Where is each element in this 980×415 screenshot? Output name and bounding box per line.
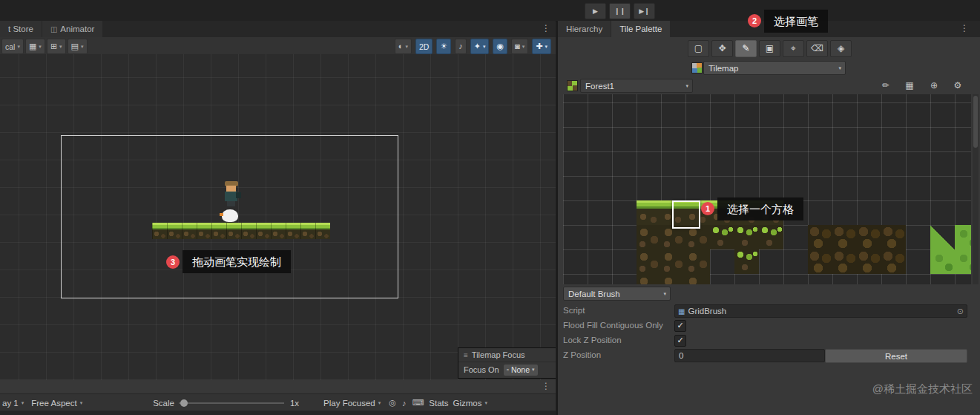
lock-z-label: Lock Z Position	[563, 336, 673, 344]
gizmos-dropdown[interactable]: Gizmos ▾	[451, 394, 490, 411]
palette-tile-tuft[interactable]	[734, 249, 759, 274]
palette-tile-dirt[interactable]	[685, 249, 710, 274]
object-picker-icon[interactable]: ⊙	[954, 307, 967, 316]
palette-tile-dirt[interactable]	[661, 274, 685, 284]
scene-camera-dropdown[interactable]: ◙ ▾	[511, 39, 528, 54]
palette-tile-grass[interactable]	[637, 200, 661, 225]
palette-tile-dirt[interactable]	[661, 249, 685, 274]
pause-button[interactable]: ❙❙	[609, 3, 631, 19]
z-position-field[interactable]: 0	[674, 349, 825, 362]
palette-tile-bush[interactable]	[857, 249, 881, 274]
script-field[interactable]: ▦ GridBrush ⊙	[674, 304, 967, 318]
drag-handle-icon[interactable]: ≡	[464, 351, 468, 359]
stats-button[interactable]: Stats	[427, 394, 450, 411]
gizmos-toggle-icon[interactable]: ⚙	[949, 79, 967, 92]
lock-z-checkbox[interactable]: ✓	[674, 335, 686, 347]
palette-tile-bush[interactable]	[857, 225, 881, 249]
script-value: GridBrush	[688, 307, 726, 316]
palette-menu-icon[interactable]: ⋮	[959, 23, 970, 33]
tab-hierarchy[interactable]: Hierarchy	[558, 21, 611, 37]
tile-palette-panel: Hierarchy Tile Palette ⋮ ▢ ✥ ✎ ▣ ⌖ ⌫ ◈ T…	[556, 21, 980, 415]
brush-dropdown-label: Default Brush	[564, 290, 663, 298]
reset-button[interactable]: Reset	[825, 349, 967, 363]
none-object-icon: ▫	[507, 366, 509, 373]
player-sprite	[221, 181, 246, 227]
palette-tile-bush[interactable]	[881, 249, 906, 274]
palette-dropdown[interactable]: Forest1 ▾	[580, 79, 693, 93]
scene-tab-bar: t Store ◫ Animator ⋮	[0, 21, 556, 37]
palette-tile-bush[interactable]	[881, 225, 906, 249]
display-dropdown[interactable]: ay 1 ▾	[0, 394, 26, 411]
tool-settings-dropdown[interactable]: ▤ ▾	[68, 39, 88, 54]
palette-tile-bush[interactable]	[808, 225, 832, 249]
shading-mode-dropdown[interactable]: ◐ ▾	[395, 39, 412, 54]
chevron-down-icon: ▾	[685, 83, 692, 89]
tab-animator[interactable]: ◫ Animator	[42, 21, 102, 37]
toggle-grid-icon[interactable]: ▦	[901, 79, 918, 92]
brush-dropdown[interactable]: Default Brush ▾	[563, 287, 671, 301]
brush-tool-button[interactable]: ✎	[735, 40, 757, 57]
keyboard-shortcuts-icon[interactable]: ⌨	[409, 398, 427, 408]
mute-audio-icon[interactable]: ♪	[399, 399, 410, 408]
ruler-icon: ▤	[71, 42, 79, 50]
handle-orientation-dropdown[interactable]: cal ▾	[1, 39, 24, 54]
select-tool-button[interactable]: ▢	[688, 40, 709, 57]
palette-tile-bush[interactable]	[832, 249, 857, 274]
game-menu-icon[interactable]: ⋮	[541, 381, 551, 391]
scene-audio-toggle[interactable]: ♪	[455, 39, 467, 54]
palette-tile-dirt[interactable]	[685, 274, 710, 284]
palette-tile-bush[interactable]	[808, 249, 832, 274]
palette-tile-slope[interactable]	[930, 225, 955, 249]
scene-gizmos-dropdown[interactable]: ✚ ▾	[532, 39, 551, 54]
frame-palette-icon[interactable]: ⊕	[925, 79, 943, 92]
scene-effects-dropdown[interactable]: ✦ ▾	[470, 39, 490, 54]
focus-on-dropdown[interactable]: ▫ None ▾	[504, 365, 538, 376]
palette-tile-green[interactable]	[955, 249, 971, 274]
snap-dropdown[interactable]: ⊞ ▾	[47, 39, 66, 54]
palette-tile-green[interactable]	[955, 225, 971, 249]
play-button[interactable]: ▶	[585, 3, 606, 19]
step-button[interactable]: ▶❙	[634, 3, 655, 19]
chevron-down-icon: ▾	[405, 44, 408, 50]
player-legs	[227, 201, 235, 206]
chevron-down-icon: ▾	[59, 44, 62, 50]
game-toolbar: ay 1 ▾ Free Aspect ▾ Scale 1x Play Focus…	[0, 393, 556, 412]
scene-panel: t Store ◫ Animator ⋮ cal ▾ ▦ ▾ ⊞ ▾	[0, 21, 556, 415]
eraser-tool-button[interactable]: ⌫	[806, 40, 828, 57]
2d-toggle[interactable]: 2D	[415, 39, 433, 54]
scene-menu-icon[interactable]: ⋮	[541, 23, 551, 33]
edit-palette-icon[interactable]: ✏	[877, 79, 895, 92]
palette-tile-green[interactable]	[930, 249, 955, 274]
palette-tile-tuft[interactable]	[759, 225, 783, 249]
grid-visual-dropdown[interactable]: ▦ ▾	[25, 39, 45, 54]
focus-on-value: None	[511, 365, 530, 374]
palette-scrollbar[interactable]	[973, 94, 979, 284]
active-tilemap-dropdown[interactable]: Tilemap ▾	[703, 61, 846, 75]
scale-slider-handle[interactable]	[180, 399, 188, 407]
chevron-down-icon: ▾	[545, 44, 547, 50]
palette-tile-dirt[interactable]	[637, 249, 661, 274]
palette-tile-dirt[interactable]	[637, 225, 661, 249]
tab-tile-palette[interactable]: Tile Palette	[611, 21, 670, 37]
picker-tool-button[interactable]: ⌖	[783, 40, 804, 57]
palette-tile-bush[interactable]	[832, 225, 857, 249]
flood-fill-tool-button[interactable]: ◈	[830, 40, 852, 57]
palette-tile-dirt[interactable]	[637, 274, 661, 284]
active-palette-row: Forest1 ▾ ✏ ▦ ⊕ ⚙	[558, 77, 980, 94]
flood-fill-checkbox[interactable]: ✓	[674, 320, 686, 332]
scene-visibility-toggle[interactable]: ◉	[493, 39, 507, 54]
play-focused-dropdown[interactable]: Play Focused ▾	[321, 394, 383, 411]
box-fill-tool-button[interactable]: ▣	[759, 40, 780, 57]
scale-slider[interactable]	[179, 397, 284, 409]
debug-icon[interactable]: ◎	[386, 398, 399, 408]
palette-tile-tuft[interactable]	[710, 225, 734, 249]
animator-icon: ◫	[50, 25, 57, 33]
move-tool-button[interactable]: ✥	[711, 40, 733, 57]
palette-tile-tuft[interactable]	[734, 225, 759, 249]
aspect-dropdown[interactable]: Free Aspect ▾	[29, 394, 85, 411]
scene-viewport[interactable]: 3 拖动画笔实现绘制 ≡ Tilemap Focus Focus On ▫ No…	[0, 54, 556, 380]
tile-palette-grid[interactable]: 1 选择一个方格	[563, 94, 971, 284]
scene-lighting-toggle[interactable]: ☀	[436, 39, 451, 54]
palette-tools-row: ▢ ✥ ✎ ▣ ⌖ ⌫ ◈	[558, 38, 980, 59]
tab-asset-store[interactable]: t Store	[0, 21, 42, 37]
